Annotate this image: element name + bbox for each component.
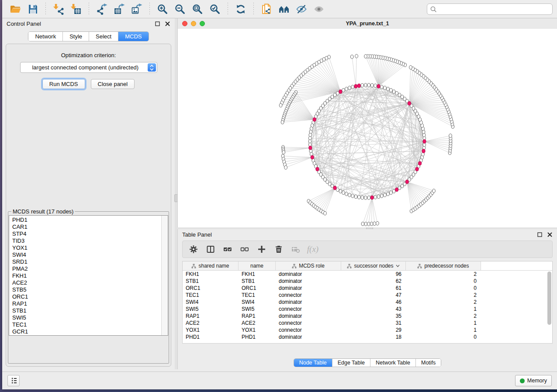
graph-node[interactable] — [377, 195, 380, 198]
table-row[interactable]: YOX1YOX1connector291 — [183, 327, 552, 334]
graph-node[interactable] — [367, 196, 370, 199]
zoom-out-button[interactable] — [172, 2, 188, 17]
mcds-result-item[interactable]: STP4 — [12, 230, 168, 237]
table-cell[interactable]: ORC1 — [239, 285, 276, 291]
column-header-MCDS-role[interactable]: MCDS role — [276, 261, 341, 270]
graph-node[interactable] — [361, 83, 364, 87]
graph-node[interactable] — [395, 91, 398, 95]
table-cell[interactable]: TEC1 — [239, 292, 276, 298]
graph-node[interactable] — [279, 103, 282, 107]
graph-node[interactable] — [376, 221, 379, 225]
table-cell[interactable]: dominator — [276, 271, 341, 277]
tab-select[interactable]: Select — [89, 32, 118, 41]
column-header-shared-name[interactable]: shared name — [183, 261, 239, 270]
table-cell[interactable]: 96 — [341, 271, 406, 277]
table-float-button[interactable] — [536, 231, 543, 237]
graph-node[interactable] — [374, 195, 377, 199]
graph-node[interactable] — [333, 93, 336, 96]
graph-node[interactable] — [374, 84, 377, 87]
table-row[interactable]: ORC1ORC1dominator610 — [183, 285, 552, 292]
deselect-all-button[interactable] — [238, 243, 251, 256]
table-cell[interactable]: 35 — [341, 313, 406, 319]
graph-hub-node[interactable] — [377, 84, 380, 88]
table-row[interactable]: ACE2ACE2connector311 — [183, 320, 552, 327]
export-network-button[interactable] — [94, 2, 110, 17]
table-cell[interactable]: dominator — [276, 278, 341, 284]
graph-hub-node[interactable] — [415, 167, 419, 171]
table-cell[interactable]: 0 — [406, 278, 481, 284]
mcds-result-item[interactable]: GCR1 — [12, 328, 168, 335]
hide-selected-button[interactable] — [294, 2, 309, 17]
graph-hub-node[interactable] — [309, 146, 312, 150]
window-minimize-traffic-light[interactable] — [191, 21, 196, 26]
table-cell[interactable]: FKH1 — [183, 271, 239, 277]
mcds-result-item[interactable]: ACE2 — [12, 279, 168, 286]
table-cell[interactable]: 47 — [341, 292, 406, 298]
mcds-result-item[interactable]: STB1 — [12, 307, 168, 314]
graph-node[interactable] — [432, 189, 436, 193]
tab-edge-table[interactable]: Edge Table — [332, 359, 370, 367]
table-close-button[interactable] — [547, 231, 553, 237]
graph-node[interactable] — [364, 55, 367, 58]
table-cell[interactable]: SWI5 — [239, 306, 276, 312]
graph-node[interactable] — [345, 87, 348, 91]
graph-node[interactable] — [398, 93, 401, 96]
table-cell[interactable]: connector — [276, 306, 341, 312]
table-row[interactable]: RAP1RAP1dominator352 — [183, 313, 552, 320]
graph-hub-node[interactable] — [423, 140, 426, 144]
table-cell[interactable]: FKH1 — [239, 271, 276, 277]
table-cell[interactable]: 18 — [341, 334, 406, 340]
table-scrollbar[interactable] — [547, 271, 552, 342]
close-panel-button-mcds[interactable]: Close panel — [91, 79, 135, 89]
table-cell[interactable]: 1 — [406, 327, 481, 333]
table-cell[interactable]: 43 — [341, 306, 406, 312]
graph-node[interactable] — [345, 192, 348, 196]
network-graph[interactable] — [178, 29, 557, 227]
graph-hub-node[interactable] — [395, 188, 398, 192]
graph-node[interactable] — [392, 189, 395, 193]
mcds-result-item[interactable]: SWI5 — [12, 314, 168, 321]
table-cell[interactable]: PHD1 — [183, 334, 239, 340]
table-cell[interactable]: 0 — [406, 285, 481, 291]
mcds-result-item[interactable]: RAP1 — [12, 300, 168, 307]
table-scrollbar-thumb[interactable] — [547, 272, 551, 325]
graph-hub-node[interactable] — [333, 186, 336, 190]
mcds-result-item[interactable]: PMA2 — [12, 265, 168, 272]
table-row[interactable]: SWI4SWI4dominator462 — [183, 299, 552, 306]
graph-node[interactable] — [281, 120, 284, 124]
table-cell[interactable]: ACE2 — [183, 320, 239, 326]
graph-node[interactable] — [373, 222, 376, 225]
graph-node[interactable] — [324, 211, 327, 215]
table-cell[interactable]: YOX1 — [183, 327, 239, 333]
graph-node[interactable] — [387, 192, 390, 196]
graph-node[interactable] — [409, 65, 412, 69]
graph-node[interactable] — [358, 195, 361, 199]
table-cell[interactable]: connector — [276, 320, 341, 326]
graph-hub-node[interactable] — [405, 180, 408, 184]
table-cell[interactable]: ACE2 — [239, 320, 276, 326]
graph-node[interactable] — [348, 86, 351, 89]
float-panel-button[interactable] — [154, 21, 160, 27]
graph-node[interactable] — [336, 188, 339, 191]
add-column-button[interactable] — [255, 243, 268, 256]
table-row[interactable]: SWI5SWI5connector431 — [183, 306, 552, 313]
table-cell[interactable]: STB1 — [239, 278, 276, 284]
table-row[interactable]: TEC1TEC1connector472 — [183, 292, 552, 299]
graph-node[interactable] — [348, 193, 351, 196]
run-mcds-button[interactable]: Run MCDS — [42, 79, 85, 89]
graph-node[interactable] — [449, 134, 452, 138]
delete-column-button[interactable] — [272, 243, 285, 256]
tab-network-table[interactable]: Network Table — [370, 359, 415, 367]
table-cell[interactable]: ORC1 — [183, 285, 239, 291]
graph-node[interactable] — [350, 55, 353, 58]
graph-hub-node[interactable] — [316, 167, 319, 171]
mcds-list-scrollbar[interactable] — [161, 216, 168, 335]
mcds-result-item[interactable]: CAR1 — [12, 224, 168, 230]
toggle-panel-button[interactable] — [204, 243, 217, 256]
save-session-button[interactable] — [25, 2, 41, 17]
table-cell[interactable]: RAP1 — [183, 313, 239, 319]
window-close-traffic-light[interactable] — [182, 21, 187, 26]
refresh-button[interactable] — [233, 2, 249, 17]
first-neighbors-button[interactable] — [276, 2, 292, 17]
export-image-button[interactable] — [129, 2, 145, 17]
